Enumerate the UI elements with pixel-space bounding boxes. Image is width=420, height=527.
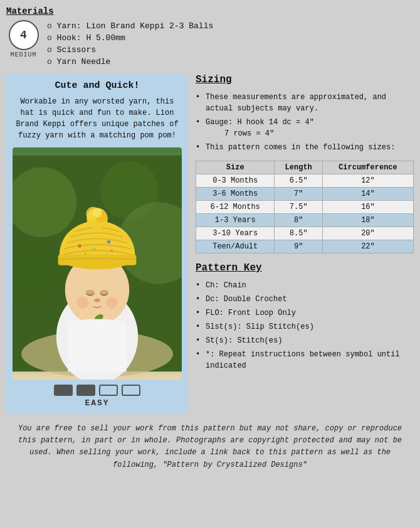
list-item: Gauge: H hook 14 dc = 4"7 rows = 4": [196, 115, 414, 141]
left-panel: Cute and Quick! Workable in any worsted …: [6, 74, 188, 414]
left-panel-description: Workable in any worsted yarn, this hat i…: [13, 96, 182, 141]
svg-point-13: [93, 208, 102, 218]
table-cell: Teen/Adult: [196, 240, 275, 253]
table-cell: 16": [322, 201, 413, 214]
table-row: 3-10 Years8.5"20": [196, 227, 414, 240]
table-cell: 6-12 Months: [196, 201, 275, 214]
list-item: Slst(s): Slip Stitch(es): [196, 320, 414, 334]
table-cell: 8.5": [275, 227, 322, 240]
table-cell: 3-10 Years: [196, 227, 275, 240]
materials-section: Materials 4 MEDIUM Yarn: Lion Brand Kepp…: [6, 6, 414, 68]
table-cell: 7": [275, 188, 322, 201]
list-item: *: Repeat instructions between symbol un…: [196, 348, 414, 373]
difficulty-block-3: [99, 385, 118, 396]
svg-point-14: [85, 290, 95, 295]
footer-text: You are free to sell your work from this…: [6, 420, 414, 474]
table-cell: 9": [275, 240, 322, 253]
list-item: Dc: Double Crochet: [196, 292, 414, 306]
list-item: These measurements are approximated, and…: [196, 90, 414, 115]
difficulty-block-1: [54, 385, 73, 396]
list-item: Ch: Chain: [196, 279, 414, 292]
list-item: Hook: H 5.00mm: [47, 32, 213, 44]
svg-point-24: [93, 247, 96, 250]
yarn-weight-badge: 4 MEDIUM: [6, 20, 41, 58]
yarn-badge-label: MEDIUM: [10, 51, 36, 58]
materials-title: Materials: [6, 6, 414, 16]
sizing-title: Sizing: [196, 74, 414, 85]
yarn-badge-inner: 4: [9, 20, 39, 50]
table-cell: 18": [322, 214, 413, 227]
pattern-key-section: Pattern Key Ch: ChainDc: Double CrochetF…: [196, 262, 414, 373]
main-content: Cute and Quick! Workable in any worsted …: [6, 74, 414, 414]
svg-point-22: [78, 244, 81, 248]
list-item: St(s): Stitch(es): [196, 334, 414, 348]
materials-list: Yarn: Lion Brand Keppi 2-3 Balls Hook: H…: [47, 20, 213, 68]
table-header-length: Length: [275, 161, 322, 174]
svg-point-18: [106, 297, 118, 309]
list-item: Scissors: [47, 44, 213, 56]
table-cell: 14": [322, 188, 413, 201]
sizing-bullets: These measurements are approximated, and…: [196, 90, 414, 154]
page-wrapper: Materials 4 MEDIUM Yarn: Lion Brand Kepp…: [6, 6, 414, 474]
table-cell: 20": [322, 227, 413, 240]
difficulty-block-4: [122, 385, 140, 396]
table-cell: 12": [322, 174, 413, 188]
table-cell: 3-6 Months: [196, 188, 275, 201]
table-cell: 8": [275, 214, 322, 227]
materials-row: 4 MEDIUM Yarn: Lion Brand Keppi 2-3 Ball…: [6, 20, 414, 68]
svg-point-26: [110, 250, 113, 252]
table-header-circumference: Circumference: [322, 161, 413, 174]
left-panel-title: Cute and Quick!: [13, 80, 182, 91]
table-row: 0-3 Months6.5"12": [196, 174, 414, 188]
difficulty-block-2: [76, 385, 95, 396]
table-cell: 7.5": [275, 201, 322, 214]
size-table: Size Length Circumference 0-3 Months6.5"…: [196, 161, 414, 253]
table-cell: 6.5": [275, 174, 322, 188]
table-header-size: Size: [196, 161, 275, 174]
table-cell: 22": [322, 240, 413, 253]
list-item: This pattern comes in the following size…: [196, 141, 414, 154]
svg-point-15: [100, 290, 109, 295]
yarn-badge-number: 4: [20, 29, 27, 41]
difficulty-bar: [13, 385, 182, 396]
table-row: 1-3 Years8"18": [196, 214, 414, 227]
svg-point-23: [107, 240, 111, 244]
table-row: 3-6 Months7"14": [196, 188, 414, 201]
table-row: Teen/Adult9"22": [196, 240, 414, 253]
list-item: Yarn: Lion Brand Keppi 2-3 Balls: [47, 20, 213, 32]
pattern-key-bullets: Ch: ChainDc: Double CrochetFLO: Front Lo…: [196, 279, 414, 373]
list-item: FLO: Front Loop Only: [196, 306, 414, 320]
table-row: 6-12 Months7.5"16": [196, 201, 414, 214]
right-panel: Sizing These measurements are approximat…: [196, 74, 414, 414]
difficulty-label: EASY: [13, 398, 182, 408]
svg-point-16: [94, 299, 100, 302]
table-cell: 0-3 Months: [196, 174, 275, 188]
svg-point-25: [85, 252, 87, 255]
list-item: Yarn Needle: [47, 56, 213, 68]
hat-image: [13, 147, 182, 380]
pattern-key-title: Pattern Key: [196, 262, 414, 274]
sizing-section: Sizing These measurements are approximat…: [196, 74, 414, 253]
table-cell: 1-3 Years: [196, 214, 275, 227]
svg-point-17: [76, 297, 88, 309]
svg-rect-9: [58, 255, 137, 265]
